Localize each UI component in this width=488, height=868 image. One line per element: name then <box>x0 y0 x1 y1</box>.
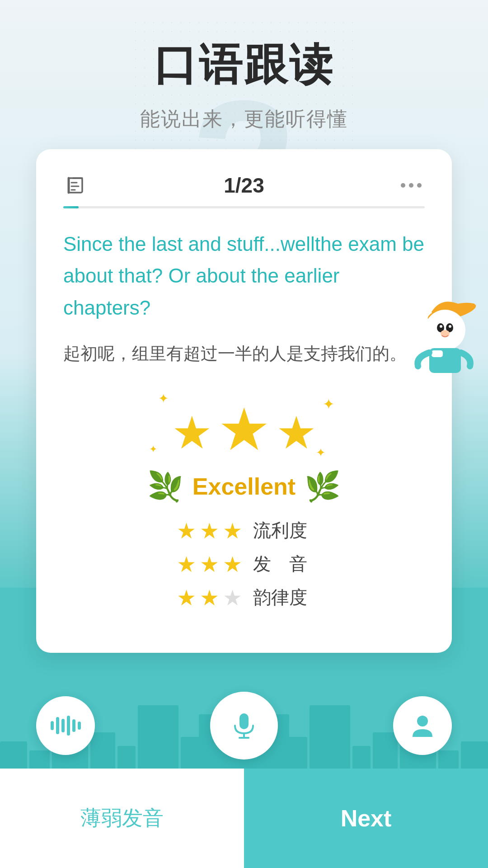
rating-section: ✦ ✦ ✦ ✦ ★ ★ ★ 🌿 Excellent 🌿 ★ ★ ★ 流利度 <box>63 391 425 610</box>
back-button[interactable] <box>63 172 90 199</box>
criteria-list: ★ ★ ★ 流利度 ★ ★ ★ 发 音 ★ ★ <box>63 518 425 610</box>
pronunciation-star-2: ★ <box>200 552 219 577</box>
svg-point-18 <box>417 716 428 726</box>
more-button[interactable] <box>398 172 425 199</box>
laurel-left: 🌿 <box>147 470 183 504</box>
weak-pronunciation-button[interactable]: 薄弱发音 <box>0 769 244 868</box>
pronunciation-star-1: ★ <box>177 552 196 577</box>
svg-point-11 <box>449 325 451 328</box>
star-right: ★ <box>276 410 317 455</box>
person-icon <box>409 712 436 739</box>
svg-point-5 <box>417 183 422 188</box>
progress-text: 1/23 <box>224 173 264 198</box>
page-title: 口语跟读 <box>0 36 488 95</box>
rhythm-star-2: ★ <box>200 585 219 610</box>
english-sentence: Since the last and stuff...wellthe exam … <box>63 228 425 324</box>
rhythm-stars: ★ ★ ★ <box>177 585 242 610</box>
pronunciation-star-3: ★ <box>223 552 242 577</box>
criteria-fluency: ★ ★ ★ 流利度 <box>63 518 425 543</box>
microphone-icon <box>228 710 260 741</box>
page-header: 口语跟读 能说出来，更能听得懂 <box>0 36 488 132</box>
star-center: ★ <box>218 400 271 459</box>
progress-bar <box>63 206 425 208</box>
sparkle-br: ✦ <box>316 446 326 460</box>
more-icon <box>399 181 423 190</box>
svg-point-10 <box>440 325 442 328</box>
pronunciation-stars: ★ ★ ★ <box>177 552 242 577</box>
excellent-row: 🌿 Excellent 🌿 <box>147 470 341 504</box>
sparkle-tl: ✦ <box>158 391 169 406</box>
fluency-label: 流利度 <box>253 518 312 543</box>
fluency-star-2: ★ <box>200 518 219 543</box>
next-button[interactable]: Next <box>244 769 488 868</box>
mascot <box>407 285 479 375</box>
chinese-translation: 起初呢，组里有超过一半的人是支持我们的。 <box>63 340 425 368</box>
rhythm-label: 韵律度 <box>253 585 312 610</box>
svg-point-3 <box>401 183 405 188</box>
page-subtitle: 能说出来，更能听得懂 <box>0 106 488 132</box>
svg-point-12 <box>441 330 450 337</box>
excellent-label: Excellent <box>192 473 296 500</box>
weak-pronunciation-label: 薄弱发音 <box>80 804 164 832</box>
bottom-controls <box>36 692 452 760</box>
svg-rect-15 <box>239 713 249 729</box>
main-card: 1/23 Since the last and stuff...wellthe … <box>36 149 452 653</box>
star-left: ★ <box>172 410 212 455</box>
rhythm-star-3: ★ <box>223 585 242 610</box>
criteria-rhythm: ★ ★ ★ 韵律度 <box>63 585 425 610</box>
sparkle-bl: ✦ <box>149 443 157 455</box>
next-label: Next <box>341 805 392 832</box>
back-icon <box>65 174 89 197</box>
sparkle-tr: ✦ <box>323 396 335 413</box>
microphone-button[interactable] <box>210 692 278 760</box>
mascot-svg <box>407 285 479 375</box>
fluency-star-1: ★ <box>177 518 196 543</box>
person-button[interactable] <box>393 696 452 755</box>
waveform-icon <box>51 714 81 737</box>
fluency-stars: ★ ★ ★ <box>177 518 242 543</box>
pronunciation-label: 发 音 <box>253 552 312 576</box>
criteria-pronunciation: ★ ★ ★ 发 音 <box>63 552 425 577</box>
rhythm-star-1: ★ <box>177 585 196 610</box>
svg-rect-14 <box>432 350 443 357</box>
waveform-button[interactable] <box>36 696 95 755</box>
svg-rect-0 <box>69 178 82 193</box>
progress-bar-fill <box>63 206 79 208</box>
card-header: 1/23 <box>63 172 425 199</box>
action-bar: 薄弱发音 Next <box>0 769 488 868</box>
svg-point-4 <box>409 183 413 188</box>
fluency-star-3: ★ <box>223 518 242 543</box>
laurel-right: 🌿 <box>305 470 341 504</box>
